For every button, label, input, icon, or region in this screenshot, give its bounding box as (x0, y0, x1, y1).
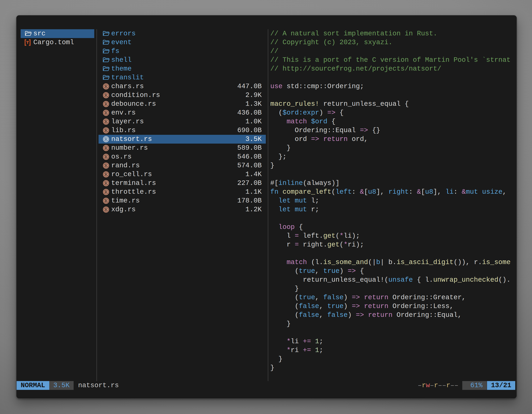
svg-text:R: R (105, 146, 108, 150)
svg-text:R: R (105, 137, 108, 141)
svg-text:R: R (105, 111, 108, 115)
svg-text:R: R (105, 181, 108, 185)
svg-text:R: R (105, 207, 108, 212)
svg-text:R: R (105, 190, 108, 194)
svg-text:R: R (105, 128, 108, 133)
svg-text:R: R (105, 84, 108, 88)
svg-text:R: R (105, 93, 108, 97)
svg-text:R: R (105, 164, 108, 168)
svg-text:R: R (105, 199, 108, 203)
svg-text:R: R (105, 119, 108, 124)
svg-text:R: R (105, 155, 108, 159)
svg-text:R: R (105, 172, 108, 176)
svg-text:R: R (105, 102, 108, 106)
